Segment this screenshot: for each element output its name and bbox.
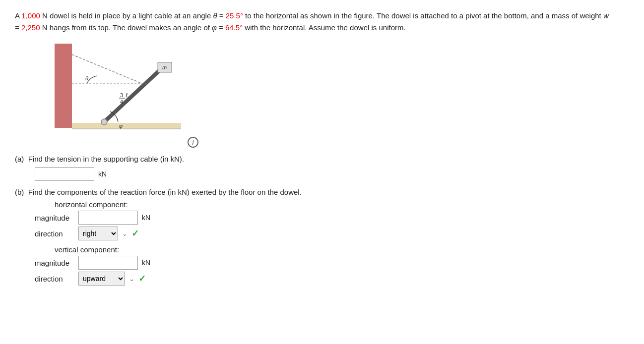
figure-container: θ 3 4 ℓ m φ i: [45, 39, 213, 148]
three-quarters-label: 3: [120, 92, 123, 98]
info-icon[interactable]: i: [188, 137, 198, 148]
vertical-magnitude-unit: kN: [142, 259, 150, 267]
horizontal-check-icon: ✓: [131, 228, 139, 239]
wall-rect: [55, 44, 72, 128]
four-label: 4: [120, 99, 123, 105]
horizontal-magnitude-label: magnitude: [35, 214, 74, 222]
horizontal-section: horizontal component: magnitude kN direc…: [35, 200, 629, 240]
part-a-label: (a) Find the tension in the supporting c…: [15, 155, 629, 163]
diagram-svg: θ 3 4 ℓ m φ: [45, 39, 203, 145]
cable-line: [72, 55, 141, 83]
phi-label: φ: [119, 123, 123, 129]
vertical-magnitude-row: magnitude kN: [35, 256, 629, 270]
horizontal-direction-row: direction right left ⌄ ✓: [35, 227, 629, 240]
tension-input[interactable]: [35, 167, 94, 181]
vertical-section: vertical component: magnitude kN directi…: [35, 245, 629, 286]
value-force: 1,000: [21, 11, 40, 20]
vertical-magnitude-input[interactable]: [78, 256, 138, 270]
horizontal-direction-label: direction: [35, 229, 74, 238]
part-a: (a) Find the tension in the supporting c…: [15, 155, 629, 181]
floor-rect: [72, 123, 181, 129]
vertical-magnitude-label: magnitude: [35, 259, 74, 267]
problem-text: A 1,000 N dowel is held in place by a li…: [15, 10, 610, 34]
theta-label: θ: [85, 75, 88, 81]
dowel-line: [104, 67, 163, 122]
horizontal-magnitude-row: magnitude kN: [35, 211, 629, 225]
part-b: (b) Find the components of the reaction …: [15, 188, 629, 286]
mass-m-label: m: [162, 64, 167, 70]
value-phi: 64.5°: [225, 23, 243, 32]
horizontal-magnitude-input[interactable]: [78, 211, 138, 225]
tension-unit: kN: [98, 170, 107, 178]
horizontal-magnitude-unit: kN: [142, 214, 150, 222]
pivot-circle: [101, 119, 107, 125]
horizontal-component-label: horizontal component:: [55, 200, 629, 209]
horizontal-direction-select[interactable]: right left: [78, 227, 118, 240]
vertical-direction-label: direction: [35, 275, 74, 283]
part-a-input-row: kN: [35, 167, 629, 181]
theta-arc: [87, 76, 97, 83]
value-weight: 2,250: [21, 23, 40, 32]
vertical-direction-row: direction upward downward ⌄ ✓: [35, 272, 629, 286]
vertical-direction-select[interactable]: upward downward: [78, 272, 125, 286]
value-theta: 25.5°: [226, 11, 243, 20]
vertical-check-icon: ✓: [138, 273, 146, 284]
part-b-label: (b) Find the components of the reaction …: [15, 188, 629, 196]
vertical-component-label: vertical component:: [55, 245, 629, 254]
